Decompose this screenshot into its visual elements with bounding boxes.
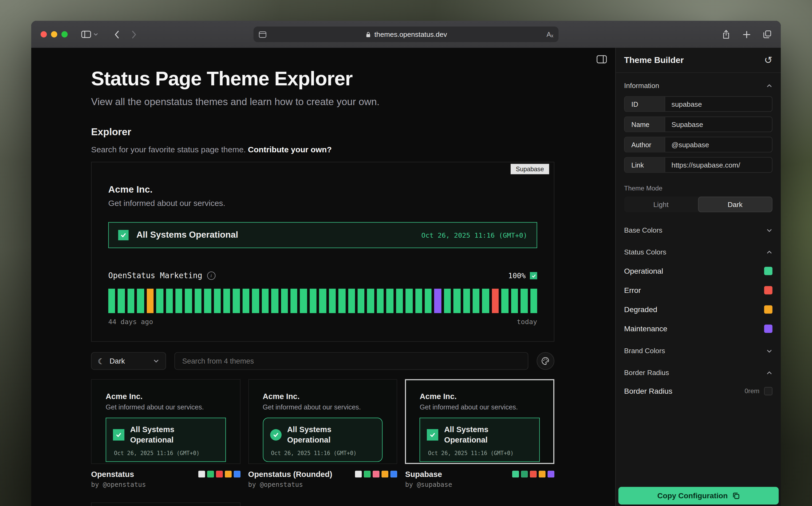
uptime-bar-error[interactable]	[492, 288, 499, 313]
tracker-range-start: 44 days ago	[108, 318, 153, 325]
info-icon[interactable]: i	[207, 271, 215, 280]
uptime-bar-operational[interactable]	[530, 288, 537, 313]
uptime-bar-operational[interactable]	[310, 288, 316, 313]
uptime-bar-operational[interactable]	[195, 288, 202, 313]
uptime-bar-operational[interactable]	[396, 288, 403, 313]
uptime-bar-operational[interactable]	[243, 288, 249, 313]
uptime-bar-operational[interactable]	[175, 288, 182, 313]
border-radius-preview-box[interactable]	[764, 387, 772, 395]
contribute-link[interactable]: Contribute your own?	[248, 145, 332, 154]
minimize-window-button[interactable]	[51, 31, 57, 37]
uptime-bar-operational[interactable]	[511, 288, 518, 313]
theme-mode-label: Theme Mode	[624, 185, 772, 192]
reset-icon[interactable]: ↺	[764, 55, 772, 65]
theme-swatch	[382, 471, 388, 478]
uptime-bar-operational[interactable]	[425, 288, 432, 313]
brand-colors-section-header[interactable]: Brand Colors	[624, 347, 772, 355]
uptime-bar-operational[interactable]	[185, 288, 192, 313]
zoom-window-button[interactable]	[61, 31, 68, 37]
copy-configuration-button[interactable]: Copy Configuration	[618, 487, 779, 504]
uptime-bar-operational[interactable]	[348, 288, 355, 313]
information-fields: ID supabase Name Supabase Author @supaba…	[624, 96, 772, 173]
base-colors-section-header[interactable]: Base Colors	[624, 226, 772, 234]
share-icon[interactable]	[722, 29, 730, 39]
id-field[interactable]: supabase	[665, 97, 772, 111]
uptime-bar-operational[interactable]	[223, 288, 230, 313]
uptime-bar-operational[interactable]	[444, 288, 451, 313]
uptime-bar-operational[interactable]	[405, 288, 413, 313]
uptime-bar-operational[interactable]	[281, 288, 288, 313]
uptime-bar-operational[interactable]	[463, 288, 470, 313]
uptime-bar-operational[interactable]	[300, 288, 307, 313]
uptime-bar-operational[interactable]	[262, 288, 269, 313]
field-row-name[interactable]: Name Supabase	[624, 116, 772, 132]
uptime-bar-operational[interactable]	[319, 288, 326, 313]
right-panel-toggle-icon[interactable]	[597, 55, 607, 64]
uptime-bar-degraded[interactable]	[147, 288, 153, 313]
theme-search-input[interactable]	[174, 352, 528, 370]
uptime-bar-operational[interactable]	[204, 288, 211, 313]
uptime-bar-operational[interactable]	[520, 288, 527, 313]
mini-status-timestamp: Oct 26, 2025 11:16 (GMT+0)	[114, 450, 218, 456]
uptime-bar-operational[interactable]	[108, 288, 115, 313]
field-row-id[interactable]: ID supabase	[624, 96, 772, 112]
uptime-bar-operational[interactable]	[166, 288, 173, 313]
theme-swatch	[530, 471, 536, 478]
uptime-bar-operational[interactable]	[482, 288, 489, 313]
palette-button[interactable]	[536, 352, 554, 370]
uptime-bar-operational[interactable]	[156, 288, 163, 313]
theme-card-partial[interactable]: Acme Inc. Get informed about our service…	[91, 503, 240, 506]
theme-mode-dropdown[interactable]: ☾ Dark	[91, 352, 166, 370]
new-tab-button[interactable]	[743, 30, 751, 38]
theme-card-openstatus[interactable]: Acme Inc. Get informed about our service…	[91, 379, 240, 464]
page-icon[interactable]	[259, 31, 267, 37]
uptime-bar-operational[interactable]	[386, 288, 393, 313]
name-field[interactable]: Supabase	[665, 117, 772, 132]
uptime-bar-operational[interactable]	[252, 288, 259, 313]
theme-mode-light-option[interactable]: Light	[624, 196, 698, 212]
back-button[interactable]	[114, 30, 120, 39]
uptime-tracker[interactable]	[108, 288, 537, 313]
forward-button[interactable]	[131, 30, 137, 39]
uptime-bar-operational[interactable]	[271, 288, 278, 313]
uptime-bar-operational[interactable]	[290, 288, 297, 313]
maintenance-color-swatch[interactable]	[764, 325, 772, 333]
uptime-bar-operational[interactable]	[233, 288, 240, 313]
theme-card-supabase-selected[interactable]: Acme Inc. Get informed about our service…	[405, 379, 555, 464]
uptime-bar-operational[interactable]	[329, 288, 336, 313]
field-row-link[interactable]: Link https://supabase.com/	[624, 157, 772, 173]
link-field[interactable]: https://supabase.com/	[665, 158, 772, 172]
tab-overview-icon[interactable]	[763, 30, 771, 38]
uptime-bar-operational[interactable]	[501, 288, 508, 313]
status-colors-section-header[interactable]: Status Colors	[624, 248, 772, 256]
border-radius-section-header[interactable]: Border Radius	[624, 369, 772, 376]
uptime-bar-operational[interactable]	[137, 288, 144, 313]
translate-icon[interactable]: Aₓ	[547, 30, 553, 38]
theme-mode-dark-option[interactable]: Dark	[698, 196, 772, 212]
uptime-bar-operational[interactable]	[453, 288, 460, 313]
uptime-bar-operational[interactable]	[339, 288, 346, 313]
operational-color-swatch[interactable]	[764, 267, 772, 275]
theme-card-openstatus-rounded[interactable]: Acme Inc. Get informed about our service…	[248, 379, 397, 464]
uptime-bar-operational[interactable]	[473, 288, 480, 313]
close-window-button[interactable]	[41, 31, 47, 37]
address-bar[interactable]: themes.openstatus.dev Aₓ	[253, 26, 559, 42]
uptime-bar-operational[interactable]	[358, 288, 365, 313]
status-color-row-maintenance: Maintenance	[624, 325, 772, 333]
filter-row: ☾ Dark	[91, 352, 555, 370]
uptime-bar-maintenance[interactable]	[434, 288, 441, 313]
author-field[interactable]: @supabase	[665, 137, 772, 152]
uptime-bar-operational[interactable]	[367, 288, 374, 313]
error-color-swatch[interactable]	[764, 286, 772, 294]
explorer-description-text: Search for your favorite status page the…	[91, 145, 246, 154]
uptime-bar-operational[interactable]	[214, 288, 221, 313]
uptime-bar-operational[interactable]	[377, 288, 384, 313]
uptime-bar-operational[interactable]	[415, 288, 422, 313]
degraded-color-swatch[interactable]	[764, 306, 772, 314]
mini-status-label: All Systems Operational	[130, 424, 188, 445]
uptime-bar-operational[interactable]	[127, 288, 134, 313]
information-section-header[interactable]: Information	[624, 82, 772, 89]
uptime-bar-operational[interactable]	[118, 288, 125, 313]
sidebar-toggle-button[interactable]	[81, 30, 98, 38]
field-row-author[interactable]: Author @supabase	[624, 137, 772, 153]
